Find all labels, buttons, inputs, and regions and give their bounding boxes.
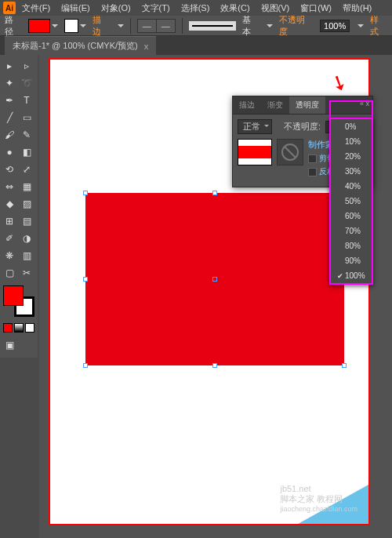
scale-tool[interactable]: ⤢ — [19, 162, 34, 177]
free-transform-tool[interactable]: ▦ — [19, 179, 34, 194]
brush-preview[interactable] — [189, 21, 236, 31]
selection-type-label: 路径 — [5, 14, 22, 38]
handle-br[interactable] — [342, 363, 347, 368]
menu-file[interactable]: 文件(F) — [17, 1, 55, 16]
paintbrush-tool[interactable]: 🖌 — [2, 127, 17, 143]
pen-tool[interactable]: ✒ — [2, 93, 17, 108]
watermark: jb51.net 脚本之家 教程网 jiaocheng.chazidian.co… — [280, 484, 358, 513]
selected-rectangle[interactable] — [85, 193, 344, 365]
mesh-tool[interactable]: ⊞ — [2, 213, 17, 229]
opacity-option-100[interactable]: 100% — [331, 268, 372, 283]
fill-stroke-control[interactable] — [3, 285, 34, 317]
opacity-option-0[interactable]: 0% — [331, 119, 372, 134]
panel-opacity-label: 不透明度: — [284, 121, 321, 133]
blend-mode-dropdown[interactable]: 正常 — [238, 119, 272, 134]
panel-tab-gradient[interactable]: 渐变 — [261, 96, 289, 114]
line-tool[interactable]: ╱ — [2, 110, 17, 125]
column-graph-tool[interactable]: ▥ — [19, 248, 34, 264]
opacity-dropdown-menu: 0% 10% 20% 30% 40% 50% 60% 70% 80% 90% 1… — [329, 118, 373, 285]
opacity-option-30[interactable]: 30% — [331, 164, 372, 179]
opacity-option-70[interactable]: 70% — [331, 224, 372, 238]
stroke-weight-dropdown[interactable] — [118, 24, 124, 27]
color-mode-color[interactable] — [3, 323, 13, 333]
opacity-option-10[interactable]: 10% — [331, 134, 372, 149]
opacity-option-90[interactable]: 90% — [331, 253, 372, 268]
object-thumbnail[interactable] — [238, 139, 272, 165]
menu-edit[interactable]: 编辑(E) — [56, 1, 95, 16]
panel-tab-transparency[interactable]: 透明度 — [289, 96, 325, 114]
style-label: 基本 — [242, 14, 260, 38]
selection-tool[interactable]: ▸ — [2, 58, 17, 74]
menu-bar: Ai 文件(F) 编辑(E) 对象(O) 文字(T) 选择(S) 效果(C) 视… — [0, 0, 392, 16]
shape-builder-tool[interactable]: ◆ — [2, 196, 17, 212]
artboard-tool[interactable]: ▢ — [2, 265, 17, 281]
screen-mode-tool[interactable]: ▣ — [2, 337, 17, 353]
handle-bl[interactable] — [83, 363, 88, 368]
handle-tl[interactable] — [83, 191, 88, 195]
stroke-link[interactable]: 描边 — [93, 14, 110, 38]
blend-tool[interactable]: ◑ — [19, 231, 34, 246]
eyedropper-tool[interactable]: ✐ — [2, 231, 17, 246]
handle-tm[interactable] — [212, 191, 217, 195]
panel-tab-stroke[interactable]: 描边 — [233, 96, 261, 114]
control-bar: 路径 描边 —— 基本 不透明度 100% 样式 — [0, 16, 392, 36]
direct-selection-tool[interactable]: ▹ — [19, 58, 34, 74]
style-dropdown-icon[interactable] — [267, 24, 273, 27]
eraser-tool[interactable]: ◧ — [19, 144, 34, 160]
slice-tool[interactable]: ✂ — [19, 265, 34, 281]
type-tool[interactable]: T — [19, 93, 34, 108]
handle-ml[interactable] — [83, 277, 88, 282]
stroke-dropdown-icon[interactable] — [80, 24, 86, 27]
pencil-tool[interactable]: ✎ — [19, 127, 34, 143]
document-tab-title: 未标题-1* @ 100% (CMYK/预览) — [13, 40, 138, 52]
opacity-option-60[interactable]: 60% — [331, 209, 372, 224]
width-tool[interactable]: ⇔ — [2, 179, 17, 194]
menu-select[interactable]: 选择(S) — [176, 1, 215, 16]
rotate-tool[interactable]: ⟲ — [2, 162, 17, 177]
opacity-option-20[interactable]: 20% — [331, 149, 372, 164]
magic-wand-tool[interactable]: ✦ — [2, 75, 17, 91]
opacity-option-50[interactable]: 50% — [331, 194, 372, 209]
blob-brush-tool[interactable]: ● — [2, 144, 17, 160]
toolbox: ▸▹ ✦➰ ✒T ╱▭ 🖌✎ ●◧ ⟲⤢ ⇔▦ ◆▨ ⊞▤ ✐◑ ❋▥ ▢✂ ▣ — [0, 55, 38, 358]
opacity-value-field[interactable]: 100% — [320, 20, 350, 32]
color-mode-none[interactable] — [25, 323, 34, 333]
color-mode-gradient[interactable] — [14, 323, 24, 333]
opacity-dropdown-icon[interactable] — [358, 24, 364, 27]
opacity-option-80[interactable]: 80% — [331, 238, 372, 253]
annotation-highlight — [329, 100, 373, 118]
fill-swatch[interactable] — [28, 19, 50, 33]
color-mode-row — [2, 322, 36, 334]
document-tab-bar: 未标题-1* @ 100% (CMYK/预览) x — [0, 36, 392, 55]
styles-link[interactable]: 样式 — [370, 14, 387, 38]
mask-thumbnail[interactable] — [277, 139, 303, 165]
lasso-tool[interactable]: ➰ — [19, 75, 34, 91]
brush-segment[interactable]: —— — [137, 19, 176, 33]
close-tab-icon[interactable]: x — [144, 42, 149, 51]
menu-type[interactable]: 文字(T) — [137, 1, 175, 16]
opacity-option-40[interactable]: 40% — [331, 179, 372, 194]
opacity-link[interactable]: 不透明度 — [279, 14, 314, 38]
gradient-tool[interactable]: ▤ — [19, 213, 34, 229]
handle-center[interactable] — [212, 277, 217, 282]
document-tab[interactable]: 未标题-1* @ 100% (CMYK/预览) x — [5, 36, 156, 55]
symbol-sprayer-tool[interactable]: ❋ — [2, 248, 17, 264]
rectangle-tool[interactable]: ▭ — [19, 110, 34, 125]
perspective-tool[interactable]: ▨ — [19, 196, 34, 212]
stroke-swatch[interactable] — [64, 19, 78, 33]
fill-color-box[interactable] — [3, 285, 24, 306]
handle-bm[interactable] — [212, 363, 217, 368]
fill-dropdown-icon[interactable] — [52, 24, 58, 27]
app-logo: Ai — [3, 2, 16, 14]
